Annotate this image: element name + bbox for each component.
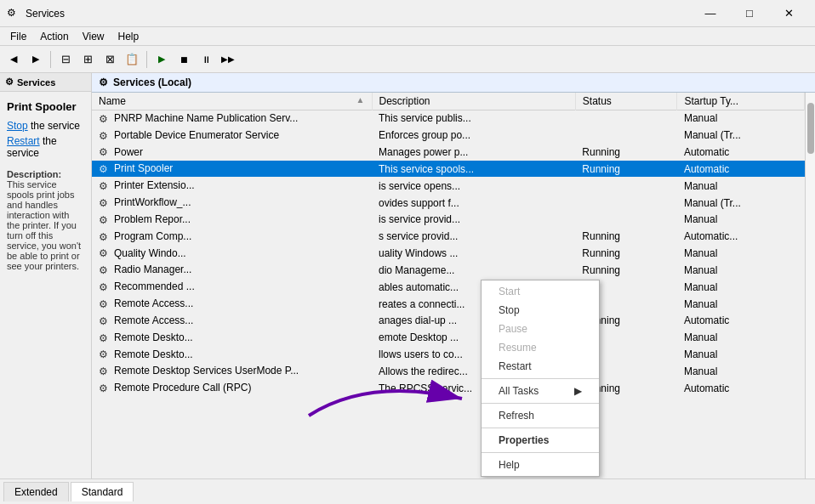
new-window-button[interactable]: ⊠ <box>100 49 120 70</box>
stop-service-link[interactable]: Stop <box>7 120 28 132</box>
context-menu-separator <box>482 428 599 428</box>
service-startup: Automatic... <box>677 228 805 245</box>
col-name[interactable]: Name ▲ <box>92 93 372 110</box>
sidebar-description: Description: This service spools print j… <box>7 169 84 271</box>
table-row[interactable]: ⚙Remote Deskto...llows users to co...Man… <box>92 346 805 363</box>
forward-button[interactable]: ▶ <box>26 49 46 70</box>
table-row[interactable]: ⚙Recommended ...ables automatic...Manual <box>92 279 805 296</box>
service-name: ⚙Remote Desktop Services UserMode P... <box>92 363 372 380</box>
show-hide-button[interactable]: ⊟ <box>55 49 76 70</box>
service-name: ⚙Problem Repor... <box>92 211 372 228</box>
context-menu-item-properties[interactable]: Properties <box>482 431 599 450</box>
sidebar-header-text: Services <box>17 77 55 88</box>
service-status: Running <box>575 144 677 161</box>
service-startup: Manual <box>677 296 805 313</box>
service-startup: Manual (Tr... <box>677 127 805 144</box>
sidebar-restart-line: Restart the service <box>7 135 84 159</box>
service-name: ⚙Printer Extensio... <box>92 178 372 195</box>
menu-action[interactable]: Action <box>33 29 75 44</box>
minimize-button[interactable]: — <box>691 0 730 27</box>
maximize-button[interactable]: □ <box>730 0 769 27</box>
col-startup[interactable]: Startup Ty... <box>677 93 805 110</box>
service-status: Running <box>575 245 677 262</box>
service-status <box>575 110 677 127</box>
services-panel: ⚙ Services (Local) Name ▲ Description St… <box>92 73 815 479</box>
pause-service-button[interactable]: ⏸ <box>196 49 216 70</box>
tab-extended[interactable]: Extended <box>3 482 69 501</box>
service-status: Running <box>575 228 677 245</box>
service-description: Enforces group po... <box>372 127 575 144</box>
col-description[interactable]: Description <box>372 93 575 110</box>
scrollbar-thumb[interactable] <box>807 103 814 154</box>
service-name: ⚙Radio Manager... <box>92 262 372 279</box>
service-startup: Automatic <box>677 144 805 161</box>
table-row[interactable]: ⚙Radio Manager...dio Manageme...RunningM… <box>92 262 805 279</box>
service-description: dio Manageme... <box>372 262 575 279</box>
table-row[interactable]: ⚙Printer Extensio...is service opens...M… <box>92 178 805 195</box>
start-service-button[interactable]: ▶ <box>151 49 172 70</box>
toolbar-separator-1 <box>50 51 51 68</box>
sidebar: ⚙ Services Print Spooler Stop the servic… <box>0 73 92 479</box>
restart-service-button[interactable]: ▶▶ <box>218 49 238 70</box>
back-button[interactable]: ◀ <box>3 49 24 70</box>
table-row[interactable]: ⚙Remote Access...reates a connecti...Man… <box>92 296 805 313</box>
sidebar-stop-line: Stop the service <box>7 120 84 132</box>
table-row[interactable]: ⚙Print SpoolerThis service spools...Runn… <box>92 161 805 178</box>
menu-file[interactable]: File <box>3 29 33 44</box>
service-startup: Manual <box>677 329 805 346</box>
table-container: Name ▲ Description Status Startup Ty... … <box>92 93 805 479</box>
properties-button[interactable]: 📋 <box>122 49 142 70</box>
restart-service-link[interactable]: Restart <box>7 135 40 147</box>
service-name: ⚙Remote Access... <box>92 312 372 329</box>
panel-content: Name ▲ Description Status Startup Ty... … <box>92 93 815 479</box>
menu-help[interactable]: Help <box>111 29 146 44</box>
table-row[interactable]: ⚙Remote Procedure Call (RPC)The RPCSS se… <box>92 380 805 397</box>
app-icon: ⚙ <box>7 7 20 20</box>
context-menu-item-start: Start <box>482 282 599 301</box>
service-startup: Automatic <box>677 380 805 397</box>
window-title: Services <box>26 8 691 20</box>
tab-standard[interactable]: Standard <box>71 482 134 501</box>
col-status[interactable]: Status <box>575 93 677 110</box>
service-status <box>575 127 677 144</box>
sidebar-service-title: Print Spooler <box>7 100 84 113</box>
sidebar-header-icon: ⚙ <box>5 76 14 88</box>
services-header-icon: ⚙ <box>99 76 108 88</box>
stop-suffix: the service <box>28 120 80 132</box>
service-description: uality Windows ... <box>372 245 575 262</box>
menu-view[interactable]: View <box>76 29 111 44</box>
toolbar: ◀ ▶ ⊟ ⊞ ⊠ 📋 ▶ ⏹ ⏸ ▶▶ <box>0 46 815 73</box>
services-header-title: Services (Local) <box>113 76 191 88</box>
service-name: ⚙Portable Device Enumerator Service <box>92 127 372 144</box>
table-row[interactable]: ⚙Quality Windo...uality Windows ...Runni… <box>92 245 805 262</box>
services-panel-header: ⚙ Services (Local) <box>92 73 815 93</box>
main-container: ⚙ Services Print Spooler Stop the servic… <box>0 73 815 479</box>
table-row[interactable]: ⚙PNRP Machine Name Publication Serv...Th… <box>92 110 805 127</box>
table-row[interactable]: ⚙Remote Deskto...emote Desktop ...Manual <box>92 329 805 346</box>
table-row[interactable]: ⚙Portable Device Enumerator ServiceEnfor… <box>92 127 805 144</box>
toolbar-separator-2 <box>146 51 147 68</box>
service-startup: Automatic <box>677 161 805 178</box>
scrollbar[interactable] <box>805 93 815 479</box>
table-row[interactable]: ⚙Remote Desktop Services UserMode P...Al… <box>92 363 805 380</box>
table-row[interactable]: ⚙Program Comp...s service provid...Runni… <box>92 228 805 245</box>
service-status: Running <box>575 161 677 178</box>
close-button[interactable]: ✕ <box>769 0 808 27</box>
context-menu-item-restart[interactable]: Restart <box>482 357 599 376</box>
stop-service-button[interactable]: ⏹ <box>174 49 194 70</box>
table-row[interactable]: ⚙Problem Repor...is service provid...Man… <box>92 211 805 228</box>
context-menu-separator <box>482 378 599 379</box>
table-row[interactable]: ⚙Remote Access...anages dial-up ...Runni… <box>92 312 805 329</box>
scope-button[interactable]: ⊞ <box>77 49 98 70</box>
context-menu-item-refresh[interactable]: Refresh <box>482 406 599 425</box>
context-menu-item-stop[interactable]: Stop <box>482 301 599 320</box>
context-menu-item-all-tasks[interactable]: All Tasks▶ <box>482 382 599 400</box>
table-row[interactable]: ⚙PrintWorkflow_...ovides support f...Man… <box>92 195 805 212</box>
service-name: ⚙PrintWorkflow_... <box>92 195 372 212</box>
context-menu: StartStopPauseResumeRestartAll Tasks▶Ref… <box>481 280 600 477</box>
title-bar: ⚙ Services — □ ✕ <box>0 0 815 27</box>
context-menu-item-help[interactable]: Help <box>482 456 599 474</box>
table-row[interactable]: ⚙PowerManages power p...RunningAutomatic <box>92 144 805 161</box>
service-name: ⚙Quality Windo... <box>92 245 372 262</box>
service-description: This service publis... <box>372 110 575 127</box>
